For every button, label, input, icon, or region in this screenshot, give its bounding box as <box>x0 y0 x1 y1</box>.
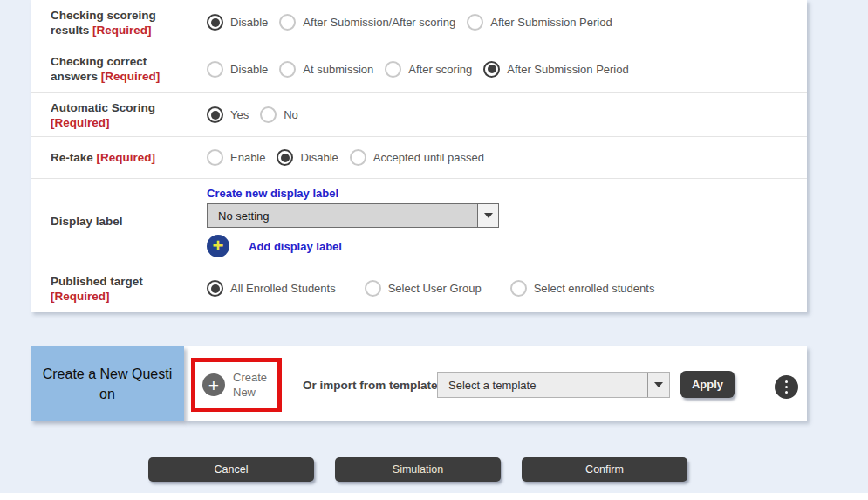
radio-group-published-target: All Enrolled Students Select User Group … <box>207 264 807 312</box>
row-label: Re-take [Required] <box>31 137 207 178</box>
radio-option[interactable]: After Submission Period <box>483 61 628 78</box>
chevron-down-icon <box>484 213 493 218</box>
radio-label: After Submission/After scoring <box>303 16 455 29</box>
display-label-dropdown[interactable]: No setting <box>207 203 499 228</box>
row-retake: Re-take [Required] Enable Disable Accept… <box>31 137 807 179</box>
radio-icon <box>207 61 223 78</box>
radio-label: After scoring <box>408 63 472 76</box>
radio-group-correct-answers: Disable At submission After scoring Afte… <box>207 45 807 92</box>
radio-label: Accepted until passed <box>373 151 484 164</box>
add-display-label-button[interactable]: Add display label <box>249 240 342 253</box>
required-badge: [Required] <box>51 116 110 129</box>
radio-label: All Enrolled Students <box>230 282 336 295</box>
field-label: Automatic Scoring <box>51 101 155 114</box>
or-import-label: Or import from template <box>303 379 438 392</box>
add-display-label-row: + Add display label <box>207 235 807 257</box>
row-label: Checking scoreing results [Required] <box>31 0 207 45</box>
row-label: Automatic Scoring [Required] <box>31 93 207 136</box>
radio-label: After Submission Period <box>490 16 612 29</box>
radio-group-scoring-results: Disable After Submission/After scoring A… <box>207 0 807 45</box>
required-badge: [Required] <box>97 151 156 164</box>
radio-label: Yes <box>230 108 249 121</box>
add-plus-icon[interactable]: + <box>207 235 229 257</box>
radio-label: Enable <box>230 151 265 164</box>
radio-option[interactable]: Disable <box>207 61 268 78</box>
radio-option[interactable]: Accepted until passed <box>350 149 484 166</box>
row-label: Display label <box>31 179 207 264</box>
create-question-heading: Create a New Question <box>31 346 184 421</box>
radio-option[interactable]: Yes <box>207 106 249 123</box>
radio-selected-icon <box>277 149 293 166</box>
apply-button[interactable]: Apply <box>680 371 735 398</box>
create-new-button[interactable]: + Create New <box>195 370 267 400</box>
create-new-plus-icon: + <box>202 373 225 396</box>
template-dropdown[interactable]: Select a template <box>437 372 670 398</box>
row-checking-correct-answers: Checking correct answers [Required] Disa… <box>31 45 807 93</box>
radio-icon <box>350 149 366 166</box>
row-label: Checking correct answers [Required] <box>31 45 207 92</box>
row-label: Published target [Required] <box>31 264 207 312</box>
radio-label: Disable <box>230 16 268 29</box>
radio-label: No <box>284 108 298 121</box>
confirm-button[interactable]: Confirm <box>522 457 687 482</box>
radio-option[interactable]: Disable <box>207 14 268 31</box>
display-label-controls: Create new display label No setting + Ad… <box>207 179 807 264</box>
radio-selected-icon <box>207 14 223 31</box>
radio-option[interactable]: Enable <box>207 149 265 166</box>
dropdown-selected-value: No setting <box>208 204 477 227</box>
radio-label: Select User Group <box>388 282 482 295</box>
field-label: Re-take <box>51 151 93 164</box>
settings-form-panel: Checking scoreing results [Required] Dis… <box>31 0 807 312</box>
create-new-highlight-box: + Create New <box>191 358 282 412</box>
dropdown-arrow-button[interactable] <box>477 204 498 227</box>
template-dropdown-arrow-button[interactable] <box>647 373 669 397</box>
required-badge: [Required] <box>51 290 110 303</box>
radio-option[interactable]: After scoring <box>385 61 472 78</box>
radio-selected-icon <box>483 61 500 78</box>
radio-icon <box>260 106 277 123</box>
bottom-white-strip <box>0 493 868 500</box>
required-badge: [Required] <box>101 70 161 83</box>
radio-label: Select enrolled students <box>534 282 655 295</box>
chevron-down-icon <box>654 382 663 387</box>
radio-option[interactable]: After Submission Period <box>467 14 612 31</box>
field-label: Display label <box>51 215 123 228</box>
radio-icon <box>467 14 483 31</box>
radio-option[interactable]: After Submission/After scoring <box>279 14 455 31</box>
row-published-target: Published target [Required] All Enrolled… <box>31 264 807 312</box>
simulation-button[interactable]: Simulation <box>335 457 501 482</box>
radio-option[interactable]: Select enrolled students <box>510 280 655 297</box>
radio-selected-icon <box>207 280 223 297</box>
radio-option[interactable]: No <box>260 106 298 123</box>
radio-icon <box>365 280 381 297</box>
radio-icon <box>207 149 223 166</box>
row-automatic-scoring: Automatic Scoring [Required] Yes No <box>31 93 807 137</box>
radio-option[interactable]: At submission <box>279 61 373 78</box>
radio-icon <box>279 61 296 78</box>
row-checking-scoring-results: Checking scoreing results [Required] Dis… <box>31 0 807 45</box>
field-label: Published target <box>51 275 143 288</box>
radio-label: At submission <box>303 63 373 76</box>
more-options-kebab-icon[interactable] <box>775 375 798 399</box>
create-question-section: Create a New Question + Create New Or im… <box>31 346 807 421</box>
radio-label: Disable <box>230 63 268 76</box>
radio-icon <box>385 61 401 78</box>
radio-icon <box>279 14 296 31</box>
radio-group-automatic-scoring: Yes No <box>207 93 807 136</box>
radio-label: After Submission Period <box>507 63 628 76</box>
create-new-display-label-link[interactable]: Create new display label <box>207 187 338 200</box>
radio-option[interactable]: Disable <box>277 149 338 166</box>
radio-option[interactable]: Select User Group <box>365 280 482 297</box>
cancel-button[interactable]: Cancel <box>148 457 314 482</box>
radio-option[interactable]: All Enrolled Students <box>207 280 336 297</box>
radio-icon <box>510 280 527 297</box>
row-display-label: Display label Create new display label N… <box>31 179 807 264</box>
create-new-label: Create New <box>233 370 267 400</box>
radio-label: Disable <box>300 151 338 164</box>
radio-selected-icon <box>207 106 223 123</box>
template-dropdown-value: Select a template <box>438 373 647 397</box>
radio-group-retake: Enable Disable Accepted until passed <box>207 137 807 178</box>
required-badge: [Required] <box>92 24 152 37</box>
